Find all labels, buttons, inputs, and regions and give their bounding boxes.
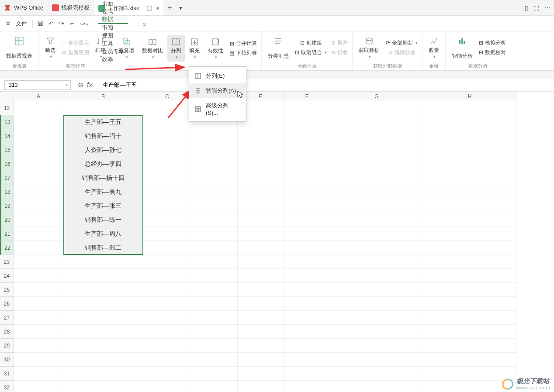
cell[interactable] — [330, 297, 423, 311]
box-icon[interactable]: ⬚ — [533, 4, 539, 11]
cell[interactable] — [14, 143, 63, 157]
cell[interactable] — [143, 325, 191, 339]
cell[interactable] — [14, 241, 63, 255]
cell[interactable] — [14, 325, 63, 339]
cell[interactable] — [238, 185, 284, 199]
cell[interactable] — [143, 227, 191, 241]
tab-list-icon[interactable]: ▾ — [177, 4, 185, 11]
cell[interactable] — [284, 381, 330, 392]
cell[interactable] — [238, 297, 284, 311]
cell[interactable] — [14, 129, 63, 143]
cell[interactable] — [14, 367, 63, 381]
cell[interactable] — [191, 241, 238, 255]
cell[interactable] — [423, 353, 516, 367]
cell[interactable] — [143, 255, 191, 269]
cell[interactable] — [143, 339, 191, 353]
row-header[interactable]: 16 — [0, 157, 14, 171]
save-icon[interactable]: 🖫 — [35, 20, 46, 27]
cell[interactable] — [14, 199, 63, 213]
cell[interactable] — [423, 255, 516, 269]
cell[interactable] — [284, 353, 330, 367]
cell[interactable] — [143, 367, 191, 381]
window-icon[interactable] — [147, 6, 152, 11]
cell[interactable] — [63, 101, 143, 115]
cell[interactable] — [284, 171, 330, 185]
row-header[interactable]: 18 — [0, 185, 14, 199]
new-tab-button[interactable]: + — [163, 4, 176, 12]
cell[interactable] — [191, 269, 238, 283]
cell[interactable] — [143, 241, 191, 255]
cell[interactable] — [330, 311, 423, 325]
cell[interactable] — [14, 353, 63, 367]
cell[interactable] — [423, 199, 516, 213]
cell[interactable] — [14, 381, 63, 392]
row-header[interactable]: 26 — [0, 297, 14, 311]
duplicates-button[interactable]: 重复项 — [115, 35, 138, 62]
cell[interactable]: 销售部—郑二 — [63, 241, 143, 255]
row-header[interactable]: 32 — [0, 381, 14, 392]
cell[interactable] — [143, 283, 191, 297]
cell[interactable] — [238, 157, 284, 171]
cell[interactable] — [284, 311, 330, 325]
cell[interactable] — [63, 311, 143, 325]
menu-数据[interactable]: 数据 — [98, 15, 128, 24]
cell[interactable] — [423, 311, 516, 325]
cell[interactable] — [63, 381, 143, 392]
cell[interactable] — [238, 213, 284, 227]
cell[interactable] — [191, 283, 238, 297]
cell[interactable] — [330, 227, 423, 241]
cell[interactable] — [423, 143, 516, 157]
row-header[interactable]: 24 — [0, 269, 14, 283]
tab-menu-icon[interactable] — [156, 7, 159, 10]
cell[interactable] — [330, 241, 423, 255]
cell[interactable] — [238, 171, 284, 185]
merge-calc-button[interactable]: ⊞合并计算 — [228, 39, 259, 48]
advanced-split-item[interactable]: 高级分列(S)... — [189, 98, 246, 120]
cell[interactable] — [330, 213, 423, 227]
cell[interactable] — [423, 171, 516, 185]
cell[interactable] — [423, 241, 516, 255]
cell[interactable] — [284, 213, 330, 227]
tab-templates[interactable]: 找稻壳模板 — [48, 0, 94, 15]
col-header-B[interactable]: B — [63, 92, 143, 101]
cell[interactable] — [330, 381, 423, 392]
row-header[interactable]: 15 — [0, 143, 14, 157]
cell[interactable] — [143, 185, 191, 199]
spreadsheet-grid[interactable]: ABCDEFGH 1213生产部—王五14销售部—冯十15人资部—孙七16总经办… — [0, 92, 554, 392]
cell[interactable] — [143, 311, 191, 325]
cell[interactable] — [330, 157, 423, 171]
cell[interactable] — [143, 157, 191, 171]
cell[interactable] — [330, 353, 423, 367]
cell[interactable] — [423, 283, 516, 297]
create-group-button[interactable]: ⊟创建组 — [293, 38, 329, 47]
cell[interactable] — [423, 129, 516, 143]
col-header-C[interactable]: C — [143, 92, 191, 101]
cell[interactable] — [238, 353, 284, 367]
undo-icon[interactable]: ↶ — [46, 20, 56, 27]
formula-input[interactable] — [99, 80, 554, 90]
fx-icon[interactable]: fx — [87, 81, 92, 89]
cell[interactable] — [14, 227, 63, 241]
cell[interactable] — [330, 115, 423, 129]
cell[interactable] — [423, 115, 516, 129]
cell[interactable] — [284, 241, 330, 255]
validity-button[interactable]: 有效性 — [204, 35, 227, 62]
cell[interactable] — [191, 311, 238, 325]
row-header[interactable]: 22 — [0, 241, 14, 255]
fill-button[interactable]: 填充 — [186, 35, 203, 62]
cell[interactable] — [330, 269, 423, 283]
refresh-all-button[interactable]: ⟳全部刷新 — [384, 38, 419, 47]
col-header-A[interactable]: A — [14, 92, 63, 101]
redo-icon[interactable]: ↷ — [56, 20, 67, 27]
cell[interactable] — [191, 297, 238, 311]
cell[interactable]: 生产部—王五 — [63, 115, 143, 129]
cell[interactable] — [14, 311, 63, 325]
cell[interactable] — [330, 185, 423, 199]
cell[interactable] — [330, 129, 423, 143]
menu-公式[interactable]: 公式 — [98, 7, 128, 15]
cell[interactable] — [14, 283, 63, 297]
cell[interactable] — [191, 255, 238, 269]
cell[interactable]: 销售部—杨十四 — [63, 171, 143, 185]
cell[interactable] — [191, 339, 238, 353]
edit-links-button[interactable]: ∞编辑链接 — [384, 48, 419, 57]
